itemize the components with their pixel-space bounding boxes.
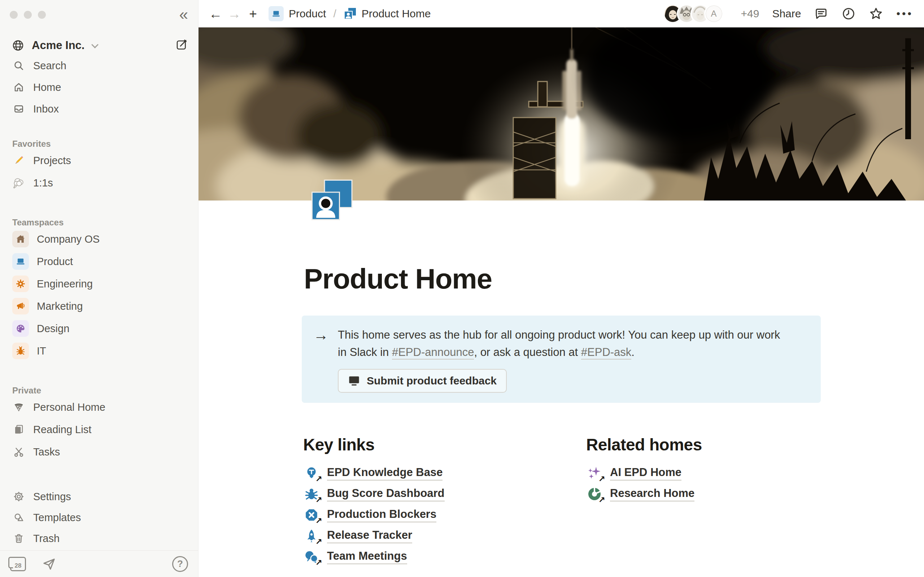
sidebar: « Acme Inc. Sea xyxy=(0,0,199,577)
sidebar-item-label: Product xyxy=(37,256,73,268)
sidebar-item-inbox[interactable]: Inbox xyxy=(4,98,194,120)
link-research-home[interactable]: ↗ Research Home xyxy=(586,484,821,504)
send-plane-icon[interactable] xyxy=(42,557,56,571)
thought-cloud-icon xyxy=(12,176,25,189)
submit-feedback-button[interactable]: Submit product feedback xyxy=(338,369,507,393)
share-button[interactable]: Share xyxy=(772,8,801,20)
sidebar-item-design[interactable]: Design xyxy=(4,318,194,340)
sidebar-item-personal-home[interactable]: Personal Home xyxy=(4,396,194,418)
favorite-star-icon[interactable] xyxy=(869,6,883,21)
link-ai-epd-home[interactable]: ↗ AI EPD Home xyxy=(586,463,821,484)
templates-icon xyxy=(12,512,25,523)
pencil-icon xyxy=(12,154,25,167)
monitor-icon xyxy=(348,376,360,386)
updates-clock-icon[interactable] xyxy=(842,6,856,21)
sidebar-item-engineering[interactable]: Engineering xyxy=(4,272,194,295)
pizza-icon xyxy=(12,401,25,413)
key-links-column: Key links ↗ xyxy=(303,435,564,567)
search-icon xyxy=(12,60,25,71)
globe-icon xyxy=(11,39,24,52)
sidebar-item-reading-list[interactable]: Reading List xyxy=(4,418,194,441)
submit-feedback-label: Submit product feedback xyxy=(367,372,497,390)
epd-ask-link[interactable]: #EPD-ask xyxy=(581,346,632,359)
sidebar-item-1-1s[interactable]: 1:1s xyxy=(4,172,194,194)
collaborator-avatars[interactable]: A xyxy=(663,4,724,23)
related-homes-heading: Related homes xyxy=(586,435,821,454)
breadcrumb-label: Product Home xyxy=(362,8,431,20)
sidebar-item-it[interactable]: IT xyxy=(4,340,194,362)
house-icon xyxy=(12,231,29,247)
section-label-favorites: Favorites xyxy=(4,139,194,149)
x-octagon-icon: ↗ xyxy=(303,507,320,523)
close-window-button[interactable] xyxy=(10,11,18,19)
sidebar-collapse-icon[interactable]: « xyxy=(179,6,188,23)
link-release-tracker[interactable]: ↗ Release Tracker xyxy=(303,525,564,546)
more-options-icon[interactable]: ••• xyxy=(896,8,913,20)
sidebar-footer: Settings Templates xyxy=(4,486,194,549)
trash-icon xyxy=(12,533,25,544)
sidebar-item-marketing[interactable]: Marketing xyxy=(4,295,194,318)
breadcrumb-label: Product xyxy=(289,8,326,20)
sidebar-item-trash[interactable]: Trash xyxy=(4,528,194,549)
link-team-meetings[interactable]: ↗ Team Meetings xyxy=(303,546,564,567)
new-page-button[interactable] xyxy=(175,38,188,53)
sidebar-item-label: Company OS xyxy=(37,233,100,245)
sidebar-item-projects[interactable]: Projects xyxy=(4,149,194,172)
breadcrumb-product[interactable]: Product xyxy=(268,6,326,21)
compose-icon xyxy=(175,38,188,51)
page-icon-person-card[interactable] xyxy=(312,180,353,221)
link-columns: Key links ↗ xyxy=(303,435,821,577)
topbar-right: A +49 Share xyxy=(663,4,913,23)
callout-text: This home serves as the hub for all ongo… xyxy=(338,326,789,361)
main-area: ← → + Product / xyxy=(199,0,924,577)
sidebar-item-label: Reading List xyxy=(33,424,91,436)
link-label: Research Home xyxy=(610,487,695,501)
book-icon xyxy=(12,424,25,435)
sidebar-item-settings[interactable]: Settings xyxy=(4,486,194,507)
calendar-icon[interactable]: 28 xyxy=(10,557,26,571)
related-homes-column: Related homes ↗ xyxy=(586,435,821,567)
comments-icon[interactable] xyxy=(814,6,828,21)
rocket-icon: ↗ xyxy=(303,528,320,544)
chevron-down-icon xyxy=(92,41,98,47)
key-links-heading: Key links xyxy=(303,435,564,454)
sidebar-item-tasks[interactable]: Tasks xyxy=(4,441,194,463)
sidebar-item-label: Trash xyxy=(33,533,60,545)
sidebar-item-label: Engineering xyxy=(37,278,93,290)
breadcrumb-product-home[interactable]: Product Home xyxy=(344,7,431,20)
help-button[interactable]: ? xyxy=(172,556,188,572)
link-production-blockers[interactable]: ↗ Production Blockers xyxy=(303,504,564,525)
sidebar-item-product[interactable]: Product xyxy=(4,250,194,272)
sidebar-navigation: Search Home Inbox Favor xyxy=(4,55,194,463)
back-icon[interactable]: ← xyxy=(207,7,224,21)
zoom-window-button[interactable] xyxy=(38,11,46,19)
breadcrumb: Product / Product Home xyxy=(268,6,431,21)
new-tab-plus-icon[interactable]: + xyxy=(245,7,261,21)
sidebar-bottom-bar: 28 ? xyxy=(0,550,198,577)
sidebar-item-label: IT xyxy=(37,345,46,357)
sidebar-item-home[interactable]: Home xyxy=(4,76,194,98)
sidebar-item-label: Tasks xyxy=(33,446,60,458)
minimize-window-button[interactable] xyxy=(24,11,32,19)
workspace-switcher[interactable]: Acme Inc. xyxy=(7,35,168,56)
inbox-icon xyxy=(12,103,25,115)
workspace-name: Acme Inc. xyxy=(32,39,84,52)
link-epd-knowledge-base[interactable]: ↗ EPD Knowledge Base xyxy=(303,463,564,484)
sidebar-item-templates[interactable]: Templates xyxy=(4,507,194,528)
person-card-icon xyxy=(344,7,357,20)
link-bug-score-dashboard[interactable]: ↗ Bug Score Dashboard xyxy=(303,484,564,504)
link-label: Release Tracker xyxy=(327,528,412,543)
forward-icon[interactable]: → xyxy=(226,7,242,21)
sidebar-item-search[interactable]: Search xyxy=(4,55,194,76)
avatar-overflow: A xyxy=(704,4,724,23)
sidebar-item-company-os[interactable]: Company OS xyxy=(4,228,194,250)
sidebar-item-label: Settings xyxy=(33,491,71,503)
link-arrow-icon: ↗ xyxy=(598,495,605,505)
collaborator-count: +49 xyxy=(741,8,759,20)
sidebar-item-label: Inbox xyxy=(33,103,59,115)
epd-announce-link[interactable]: #EPD-announce xyxy=(392,346,474,359)
page-content: Product Home → This home serves as the h… xyxy=(302,200,821,577)
page-cover[interactable] xyxy=(199,27,924,200)
sidebar-item-label: Home xyxy=(33,82,61,93)
link-label: Bug Score Dashboard xyxy=(327,487,445,501)
